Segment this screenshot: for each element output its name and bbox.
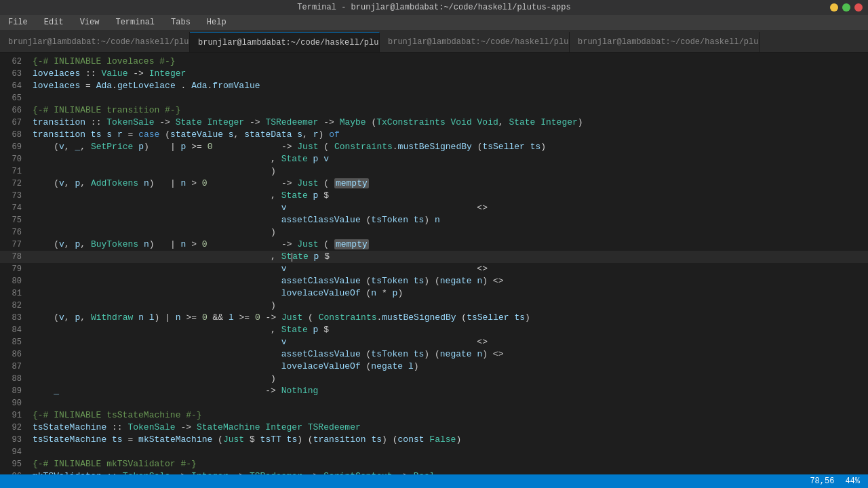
tab-4-label: brunjlar@lambdabat:~/code/haskell/plutus…	[578, 37, 760, 47]
table-row: 86 assetClassValue (tsToken ts) (negate …	[0, 348, 868, 361]
table-row: 69 (v, _, SetPrice p) | p >= 0 -> Just (…	[0, 141, 868, 153]
table-row: 77 (v, p, BuyTokens n) | n > 0 -> Just (…	[0, 239, 868, 251]
table-row: 63 lovelaces :: Value -> Integer	[0, 68, 868, 80]
table-row: 73 , State p $	[0, 190, 868, 202]
menu-tabs[interactable]: Tabs	[168, 16, 193, 28]
tab-1-label: brunjlar@lambdabat:~/code/haskell/plutus…	[8, 37, 190, 47]
menu-file[interactable]: File	[5, 16, 31, 28]
table-row: 95 {-# INLINABLE mkTSValidator #-}	[0, 458, 868, 470]
table-row: 81 lovelaceValueOf (n * p)	[0, 287, 868, 300]
table-row: 71 )	[0, 165, 868, 178]
tab-1[interactable]: brunjlar@lambdabat:~/code/haskell/plutus…	[0, 32, 190, 52]
minimize-button[interactable]: −	[830, 3, 838, 12]
table-row: 93 tsStateMachine ts = mkStateMachine (J…	[0, 434, 868, 446]
table-row: 89 _ -> Nothing	[0, 385, 868, 397]
tab-bar: brunjlar@lambdabat:~/code/haskell/plutus…	[0, 30, 868, 53]
table-row: 79 v <>	[0, 263, 868, 275]
table-row: 75 assetClassValue (tsToken ts) n	[0, 214, 868, 226]
tab-2[interactable]: brunjlar@lambdabat:~/code/haskell/plutus…	[190, 32, 380, 52]
table-row: 92 tsStateMachine :: TokenSale -> StateM…	[0, 422, 868, 434]
table-row: 66 {-# INLINABLE transition #-}	[0, 104, 868, 117]
zoom-level: 44%	[845, 476, 860, 486]
table-row: 94	[0, 446, 868, 458]
table-row: 64 lovelaces = Ada.getLovelace . Ada.fro…	[0, 80, 868, 92]
table-row: 68 transition ts s r = case (stateValue …	[0, 129, 868, 141]
table-row: 91 {-# INLINABLE tsStateMachine #-}	[0, 409, 868, 422]
code-editor[interactable]: 62 {-# INLINABLE lovelaces #-} 63 lovela…	[0, 53, 868, 474]
table-row: 85 v <>	[0, 336, 868, 348]
cursor-position: 78,56	[810, 476, 834, 486]
table-row: 62 {-# INLINABLE lovelaces #-}	[0, 56, 868, 68]
title-text: Terminal - brunjlar@lambdabat:~/code/has…	[297, 3, 570, 12]
menu-help[interactable]: Help	[204, 16, 229, 28]
table-row: 76 )	[0, 226, 868, 239]
table-row: 84 , State p $	[0, 324, 868, 336]
table-row: 74 v <>	[0, 202, 868, 214]
close-button[interactable]: ×	[854, 3, 863, 12]
menu-edit[interactable]: Edit	[41, 16, 66, 28]
table-row: 67 transition :: TokenSale -> State Inte…	[0, 117, 868, 129]
menu-bar: File Edit View Terminal Tabs Help	[0, 15, 868, 30]
maximize-button[interactable]: □	[842, 3, 850, 12]
menu-terminal[interactable]: Terminal	[113, 16, 157, 28]
table-row: 87 lovelaceValueOf (negate l)	[0, 361, 868, 373]
table-row: 78 , State p $	[0, 251, 868, 263]
table-row: 65	[0, 92, 868, 104]
table-row: 72 (v, p, AddTokens n) | n > 0 -> Just (…	[0, 178, 868, 190]
tab-3-label: brunjlar@lambdabat:~/code/haskell/plutus…	[388, 37, 570, 47]
status-bar: 78,56 44%	[0, 474, 868, 488]
tab-2-label: brunjlar@lambdabat:~/code/haskell/plutus…	[198, 38, 380, 47]
tab-4[interactable]: brunjlar@lambdabat:~/code/haskell/plutus…	[570, 32, 760, 52]
table-row: 82 )	[0, 300, 868, 312]
table-row: 90	[0, 397, 868, 409]
menu-view[interactable]: View	[77, 16, 102, 28]
table-row: 70 , State p v	[0, 153, 868, 165]
title-bar: Terminal - brunjlar@lambdabat:~/code/has…	[0, 0, 868, 15]
tab-3[interactable]: brunjlar@lambdabat:~/code/haskell/plutus…	[380, 32, 570, 52]
window-controls[interactable]: − □ ×	[830, 3, 863, 12]
table-row: 88 )	[0, 373, 868, 385]
table-row: 83 (v, p, Withdraw n l) | n >= 0 && l >=…	[0, 312, 868, 324]
table-row: 80 assetClassValue (tsToken ts) (negate …	[0, 275, 868, 287]
